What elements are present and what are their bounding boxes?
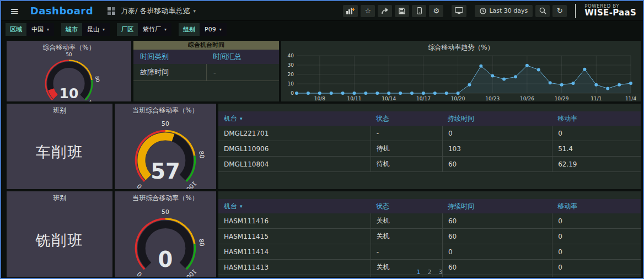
chevron-down-icon: ▾ (103, 27, 105, 32)
breadcrumb-label: 万泰/ 各班移动率总览 (121, 6, 190, 16)
bar-chart-add-icon (346, 7, 355, 14)
shift-class-name: 铣削班 (7, 203, 112, 277)
filter-region-select[interactable]: 中国▾ (26, 23, 54, 36)
svg-text:0: 0 (136, 270, 143, 277)
svg-text:10/8: 10/8 (314, 96, 325, 101)
search-button[interactable] (535, 5, 550, 17)
column-header[interactable]: 持续时间 (442, 111, 552, 126)
cell: HASM111416 (218, 213, 371, 228)
column-header[interactable]: 时间类别 (133, 50, 206, 64)
shift-gauge-panel: 当班综合移动率（%） 0508010057 (115, 104, 216, 189)
time-range-label: Last 30 days (489, 7, 528, 14)
cell: DMGL110906 (218, 141, 371, 156)
svg-text:10/17: 10/17 (416, 96, 431, 101)
column-header[interactable]: 状态 (371, 111, 442, 126)
powered-by-logo: POWERED BY WISE-PaaS (584, 4, 638, 18)
overall-mobility-gauge: 0508010010 (7, 52, 131, 101)
table-row: DMGL221701-00 (218, 126, 641, 141)
time-range-button[interactable]: Last 30 days (475, 5, 533, 17)
panel-title: 综合移动率（%） (7, 41, 131, 52)
panel-title: 班别 (7, 104, 112, 115)
svg-text:50: 50 (162, 120, 169, 127)
column-header[interactable]: 机台▾ (218, 111, 371, 126)
cell: HASM111415 (218, 229, 371, 244)
cell: HASM111413 (218, 260, 371, 275)
navbar: ≡ Dashboard 万泰/ 各班移动率总览 ▾ ☆ ⚙ (1, 1, 643, 21)
filter-city: 城市 昆山▾ (61, 23, 110, 36)
dashboard-picker-icon[interactable] (108, 7, 115, 15)
page-button[interactable]: 1 (417, 269, 421, 276)
add-panel-button[interactable] (343, 5, 358, 17)
filter-site-select[interactable]: 紫竹厂▾ (138, 23, 171, 36)
mobile-view-button[interactable] (412, 5, 426, 17)
cell: 0 (552, 229, 641, 244)
filter-group: 组别 P09▾ (179, 23, 227, 36)
tv-mode-button[interactable] (452, 5, 466, 17)
cell: 0 (552, 213, 641, 228)
page-button[interactable]: 2 (428, 269, 432, 276)
clock-icon (480, 8, 486, 14)
table-row: 故障时间 - (133, 64, 279, 81)
table-row: DMGL110804待机6062.19 (218, 157, 641, 172)
cell: 关机 (371, 229, 442, 244)
save-button[interactable] (395, 5, 409, 17)
search-icon (539, 7, 546, 14)
pagination: 123 (417, 269, 443, 276)
table-row: HASM111415关机600 (218, 229, 641, 244)
cell: 60 (442, 260, 552, 275)
cell: 0 (552, 244, 641, 259)
svg-text:10/26: 10/26 (520, 96, 534, 101)
breadcrumb[interactable]: 万泰/ 各班移动率总览 ▾ (121, 6, 196, 16)
mobility-trend-chart-panel: 综合移动率趋势（%） 01020304010/810/1110/1410/171… (281, 41, 641, 101)
cell: - (371, 126, 442, 141)
refresh-button[interactable]: ↻ (552, 5, 567, 17)
dashboard-page: ≡ Dashboard 万泰/ 各班移动率总览 ▾ ☆ ⚙ (0, 0, 644, 279)
column-header[interactable]: 状态 (371, 199, 442, 213)
filter-row: 区域 中国▾ 城市 昆山▾ 厂区 紫竹厂▾ 组别 P09▾ (6, 23, 227, 37)
column-header[interactable]: 持续时间 (442, 199, 552, 213)
filter-region: 区域 中国▾ (6, 23, 54, 36)
filter-group-select[interactable]: P09▾ (200, 23, 227, 36)
cell: 60 (442, 157, 552, 171)
column-header[interactable]: 时间汇总 (206, 50, 279, 64)
cell: DMGL110804 (218, 157, 371, 171)
filter-group-label: 组别 (179, 23, 200, 36)
panel-title: 当班综合移动率（%） (115, 104, 216, 115)
navbar-actions: ☆ ⚙ Last 30 days ↻ P (343, 4, 638, 18)
svg-text:30: 30 (288, 62, 294, 68)
svg-text:80: 80 (197, 238, 206, 247)
cell: 故障时间 (133, 64, 206, 81)
page-button[interactable]: 3 (439, 269, 443, 276)
chevron-down-icon: ▾ (219, 27, 222, 32)
share-button[interactable] (378, 5, 392, 17)
chevron-down-icon: ▾ (194, 8, 196, 14)
shift-class-name: 车削班 (7, 115, 112, 189)
svg-text:0: 0 (291, 90, 294, 96)
column-header[interactable]: 移动率 (552, 199, 641, 213)
shift-mobility-gauge: 050801000 (115, 203, 216, 277)
app-title[interactable]: Dashboard (30, 5, 93, 17)
svg-text:0: 0 (158, 247, 173, 272)
machine-time-panel: 综合机台时间 时间类别 时间汇总 故障时间 - (133, 41, 279, 101)
svg-text:57: 57 (151, 159, 180, 184)
sort-desc-icon: ▾ (240, 116, 243, 121)
svg-text:11/4: 11/4 (625, 96, 636, 101)
overall-mobility-gauge-panel: 综合移动率（%） 0508010010 (7, 41, 131, 101)
mobile-icon (417, 7, 422, 14)
cell: 103 (442, 141, 552, 156)
cell: 60 (442, 275, 552, 277)
panel-title: 班别 (7, 191, 112, 203)
column-header[interactable]: 移动率 (552, 111, 641, 126)
wise-paas-logo: WISE-PaaS (584, 9, 636, 18)
settings-button[interactable]: ⚙ (429, 5, 443, 17)
filter-city-select[interactable]: 昆山▾ (82, 23, 110, 36)
cell: DMGL221701 (218, 126, 371, 141)
star-button[interactable]: ☆ (361, 5, 375, 17)
machine-status-table-panel: 机台▾状态持续时间移动率DMGL221701-00DMGL110906待机103… (218, 104, 641, 189)
svg-text:10: 10 (60, 85, 79, 101)
table-header-row: 机台▾状态持续时间移动率 (218, 111, 641, 126)
shift-mobility-gauge: 0508010057 (115, 115, 216, 189)
menu-icon[interactable]: ≡ (6, 4, 24, 18)
cell: 0 (442, 244, 552, 259)
column-header[interactable]: 机台▾ (218, 199, 371, 213)
